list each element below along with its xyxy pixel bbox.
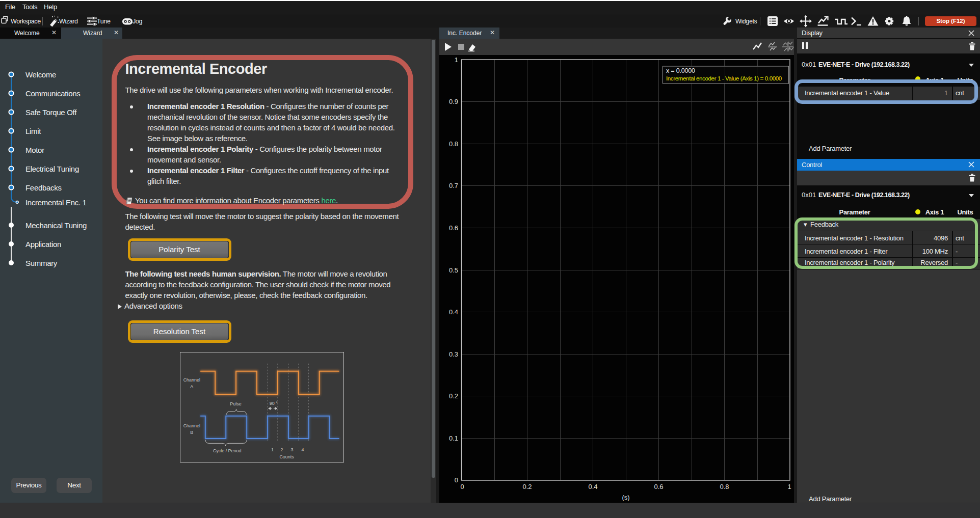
svg-text:Incremental encoder 1 - Value: Incremental encoder 1 - Value (Axis 1) =…: [666, 75, 782, 81]
svg-text:0.3: 0.3: [449, 350, 458, 358]
svg-text:A: A: [190, 384, 193, 389]
svg-text:Pulse: Pulse: [230, 401, 241, 406]
svg-text:2: 2: [281, 447, 283, 452]
svg-text:0.1: 0.1: [449, 434, 458, 442]
svg-text:90 °: 90 °: [270, 401, 278, 406]
svg-text:0x01: 0x01: [802, 191, 816, 199]
svg-text:0.2: 0.2: [449, 392, 458, 400]
svg-text:Channel: Channel: [183, 377, 200, 383]
svg-text:0.7: 0.7: [449, 182, 458, 189]
svg-text:B: B: [190, 430, 193, 435]
svg-text:EVE-NET-E - Drive (192.168.3.2: EVE-NET-E - Drive (192.168.3.22): [818, 61, 910, 68]
svg-text:0: 0: [460, 483, 464, 490]
svg-text:1: 1: [455, 56, 458, 64]
svg-text:4: 4: [301, 447, 304, 452]
svg-text:0.6: 0.6: [449, 224, 458, 232]
svg-text:0.4: 0.4: [449, 308, 458, 316]
svg-text:0.8: 0.8: [449, 140, 458, 148]
svg-text:0x01: 0x01: [802, 61, 816, 68]
svg-text:Cycle / Period: Cycle / Period: [213, 448, 241, 453]
svg-text:0.5: 0.5: [449, 266, 458, 274]
svg-text:0.4: 0.4: [588, 483, 597, 490]
svg-text:(s): (s): [622, 494, 629, 501]
svg-text:0.6: 0.6: [654, 483, 663, 490]
svg-text:0.2: 0.2: [522, 483, 532, 490]
svg-text:EVE-NET-E - Drive (192.168.3.2: EVE-NET-E - Drive (192.168.3.22): [818, 192, 910, 199]
svg-text:1: 1: [787, 483, 791, 490]
svg-text:1: 1: [271, 447, 274, 452]
svg-text:0.8: 0.8: [720, 483, 729, 490]
svg-text:x = 0.0000: x = 0.0000: [666, 67, 695, 74]
svg-text:3: 3: [290, 447, 293, 452]
svg-text:0.9: 0.9: [449, 98, 458, 105]
svg-text:Channel: Channel: [183, 423, 200, 428]
svg-text:Parameter: Parameter: [839, 208, 870, 216]
svg-text:Counts: Counts: [279, 454, 294, 459]
svg-text:Units: Units: [957, 208, 973, 216]
svg-text:0: 0: [455, 476, 458, 484]
svg-text:Axis 1: Axis 1: [925, 208, 944, 216]
